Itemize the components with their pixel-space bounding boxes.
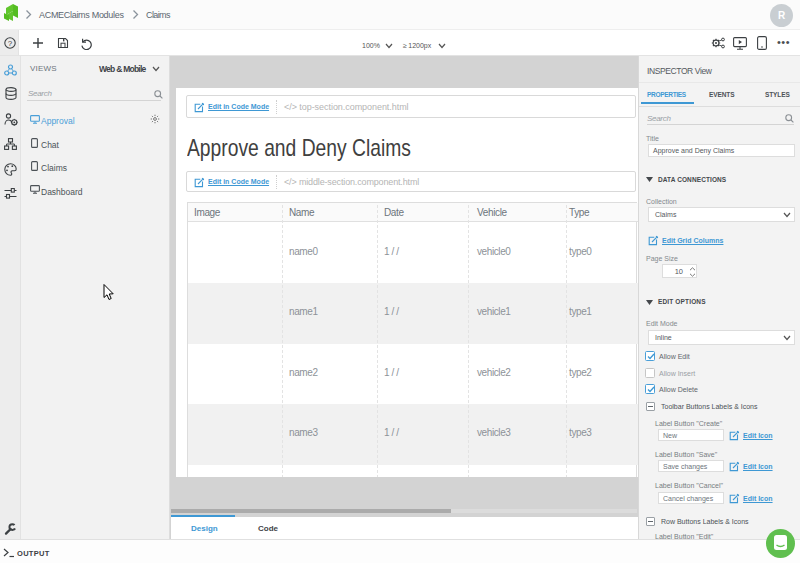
svg-text:?: ? <box>8 39 13 48</box>
